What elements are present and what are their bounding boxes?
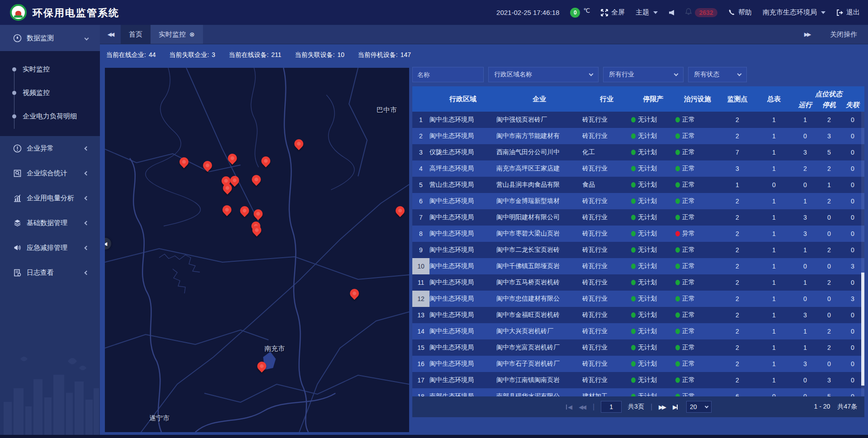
status-dot-icon <box>631 133 636 139</box>
cell-stop: 3 <box>817 132 841 140</box>
status-dot-icon <box>675 215 680 220</box>
cell-stop: 5 <box>817 149 841 156</box>
logout-icon <box>836 9 843 16</box>
table-row[interactable]: 9 阆中生态环境局 阆中市二龙长宝页岩砖 砖瓦行业 无计划 正常 2 1 1 2… <box>412 242 864 258</box>
cell-halt: 无计划 <box>631 246 675 254</box>
sidebar-subitem[interactable]: 实时监控 <box>0 57 100 81</box>
status-dot-icon <box>675 166 680 171</box>
cell-run: 1 <box>793 116 817 123</box>
cell-industry: 砖瓦行业 <box>582 197 631 205</box>
cell-facility: 正常 <box>675 295 720 303</box>
col-facility: 治污设施 <box>675 86 720 112</box>
table-row[interactable]: 5 营山生态环境局 营山县润丰肉食品有限 食品 无计划 正常 1 0 0 1 0 <box>412 177 864 193</box>
table-row[interactable]: 1 阆中生态环境局 阆中强锐页岩砖厂 砖瓦行业 无计划 正常 2 1 1 2 0 <box>412 112 864 128</box>
col-industry: 行业 <box>582 86 631 112</box>
cell-region: 阆中生态环境局 <box>429 213 496 221</box>
cell-stop: 2 <box>817 165 841 172</box>
page-number-input[interactable] <box>601 401 622 413</box>
speaker-icon <box>669 9 675 16</box>
tabs-scroll-right-button[interactable]: ▶▶ <box>797 31 817 38</box>
cell-stop: 2 <box>817 246 841 254</box>
cell-industry: 砖瓦行业 <box>582 246 631 254</box>
name-search-input[interactable] <box>412 67 484 82</box>
table-row[interactable]: 4 高坪生态环境局 南充市高坪区王家店建 砖瓦行业 无计划 正常 3 1 2 2… <box>412 160 864 177</box>
temperature-widget: 0 ℃ <box>570 8 590 18</box>
divider: | <box>651 403 652 411</box>
row-number: 7 <box>412 209 429 226</box>
sidebar-subitem[interactable]: 视频监控 <box>0 81 100 104</box>
table-row[interactable]: 15 阆中生态环境局 阆中市光富页岩机砖厂 砖瓦行业 无计划 正常 2 1 1 … <box>412 339 864 356</box>
tabs-scroll-left-button[interactable]: ◀◀ <box>100 25 121 44</box>
table-row[interactable]: 17 阆中生态环境局 阆中市江南镇阆南页岩 砖瓦行业 无计划 正常 2 1 0 … <box>412 372 864 388</box>
sidebar-item-data-monitoring[interactable]: 数据监测 <box>0 25 100 51</box>
skyline-decoration <box>0 348 100 438</box>
prev-page-button[interactable]: ◀◀ <box>579 404 586 410</box>
col-index <box>412 86 429 112</box>
table-row[interactable]: 2 阆中生态环境局 阆中市南方节能建材有 砖瓦行业 无计划 正常 2 1 0 3… <box>412 128 864 144</box>
cell-industry: 砖瓦行业 <box>582 132 631 140</box>
cell-stop: 0 <box>817 214 841 221</box>
cell-region: 阆中生态环境局 <box>429 311 496 319</box>
status-select[interactable]: 所有状态 <box>688 67 747 82</box>
notification-widget[interactable]: 2632 <box>685 8 717 17</box>
theme-dropdown[interactable]: 主题 <box>636 8 658 17</box>
temperature-value: 0 <box>570 8 580 18</box>
chevron-down-icon <box>821 11 826 14</box>
cell-run: 3 <box>793 149 817 156</box>
table-row[interactable]: 10 阆中生态环境局 阆中千佛镇五郎垭页岩 砖瓦行业 无计划 正常 2 1 0 … <box>412 258 864 274</box>
close-tab-icon[interactable]: ⊗ <box>189 31 195 38</box>
last-page-button[interactable]: ▶ <box>673 404 680 410</box>
col-points: 监测点 <box>720 86 755 112</box>
table-row[interactable]: 8 阆中生态环境局 阆中市枣碧大梁山页岩 砖瓦行业 无计划 异常 2 1 3 0… <box>412 226 864 242</box>
table-scrollbar-track[interactable] <box>861 112 864 396</box>
status-dot-icon <box>675 329 680 334</box>
table-scrollbar-thumb[interactable] <box>861 273 864 386</box>
cell-facility: 正常 <box>675 116 720 124</box>
stat-value: 211 <box>271 51 281 59</box>
next-page-button[interactable]: ▶▶ <box>659 404 666 410</box>
help-button[interactable]: 帮助 <box>728 8 752 17</box>
sidebar-subitem[interactable]: 企业电力负荷明细 <box>0 104 100 128</box>
chevron-left-icon <box>85 246 89 250</box>
sidebar-item-emergency-reduction[interactable]: 应急减排管理 <box>0 235 100 260</box>
table-row[interactable]: 14 阆中生态环境局 阆中大兴页岩机砖厂 砖瓦行业 无计划 正常 2 1 1 2… <box>412 323 864 339</box>
tab-home[interactable]: 首页 <box>121 25 151 44</box>
region-select[interactable]: 行政区域名称 <box>488 67 599 82</box>
sidebar-item-power-analysis[interactable]: 企业用电量分析 <box>0 186 100 211</box>
industry-select[interactable]: 所有行业 <box>603 67 684 82</box>
table-row[interactable]: 7 阆中生态环境局 阆中明阳建材有限公司 砖瓦行业 无计划 正常 2 1 3 0… <box>412 209 864 226</box>
sidebar-item-enterprise-statistics[interactable]: 企业综合统计 <box>0 161 100 186</box>
cell-company: 南充市高坪区王家店建 <box>496 165 582 173</box>
map-canvas[interactable]: 巴中市南充市遂宁市 ◀ <box>105 68 409 432</box>
cell-company: 阆中市五马桥页岩机砖 <box>496 278 582 287</box>
sidebar-item-log-view[interactable]: 日志查看 <box>0 260 100 285</box>
sound-button[interactable] <box>669 9 675 16</box>
city-label: 巴中市 <box>377 106 397 114</box>
cell-region: 阆中生态环境局 <box>429 246 496 254</box>
cell-stop: 2 <box>817 198 841 205</box>
chevron-down-icon <box>85 36 89 40</box>
sidebar-item-enterprise-abnormal[interactable]: 企业异常 <box>0 136 100 161</box>
status-dot-icon <box>631 231 636 236</box>
table-row[interactable]: 18 南部生态环境局 南部县砚华水泥有限公 建材加工 无计划 正常 6 0 0 … <box>412 388 864 396</box>
org-dropdown[interactable]: 南充市生态环境局 <box>763 8 826 17</box>
bar-chart-icon <box>13 194 22 203</box>
close-operations-button[interactable]: 关闭操作 <box>830 30 857 39</box>
table-row[interactable]: 11 阆中生态环境局 阆中市五马桥页岩机砖 砖瓦行业 无计划 正常 2 1 1 … <box>412 274 864 291</box>
map-roads-decoration <box>105 68 409 432</box>
sidebar-item-base-data[interactable]: 基础数据管理 <box>0 211 100 235</box>
table-row[interactable]: 13 阆中生态环境局 阆中市金福旺页岩机砖 砖瓦行业 无计划 正常 2 1 3 … <box>412 307 864 323</box>
tab-realtime-monitoring[interactable]: 实时监控 ⊗ <box>151 25 203 44</box>
table-row[interactable]: 6 阆中生态环境局 阆中市金博瑞新型墙材 砖瓦行业 无计划 正常 2 1 1 2… <box>412 193 864 209</box>
first-page-button[interactable]: ◀ <box>565 404 572 410</box>
exit-button[interactable]: 退出 <box>836 8 860 17</box>
table-row[interactable]: 12 阆中生态环境局 阆中市忠信建材有限公 砖瓦行业 无计划 正常 2 1 0 … <box>412 291 864 307</box>
page-size-select[interactable]: 20 <box>686 401 712 413</box>
status-dot-icon <box>631 280 636 285</box>
row-number: 10 <box>412 258 429 274</box>
table-row[interactable]: 16 阆中生态环境局 阆中市石子页岩机砖厂 砖瓦行业 无计划 正常 2 1 3 … <box>412 356 864 372</box>
table-row[interactable]: 3 仪陇生态环境局 西南油气田分公司川中 化工 无计划 正常 7 1 3 5 0 <box>412 144 864 160</box>
cell-meters: 1 <box>755 344 793 351</box>
fullscreen-button[interactable]: 全屏 <box>601 8 625 17</box>
cell-facility: 异常 <box>675 230 720 238</box>
